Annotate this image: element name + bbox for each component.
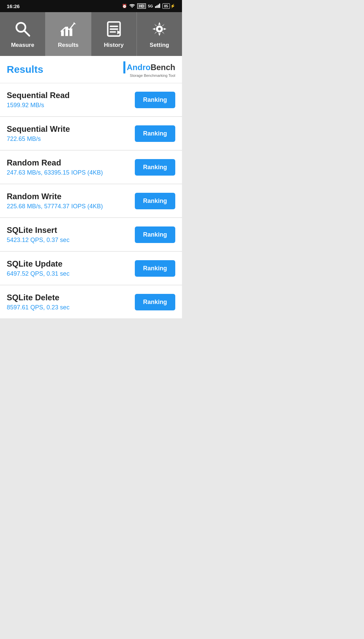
hd-badge: HD: [137, 3, 146, 9]
tab-setting-label: Setting: [150, 42, 169, 49]
content-area: Results AndroBench Storage Benchmarking …: [0, 56, 182, 319]
ranking-button-2[interactable]: Ranking: [135, 159, 175, 176]
results-title: Results: [7, 64, 43, 75]
brand-tagline: Storage Benchmarking Tool: [130, 73, 175, 78]
result-value-3: 225.68 MB/s, 57774.37 IOPS (4KB): [7, 203, 135, 210]
result-row-sequential-write: Sequential Write 722.65 MB/s Ranking: [0, 117, 182, 150]
result-info-sqlite-update: SQLite Update 6497.52 QPS, 0.31 sec: [7, 259, 135, 277]
result-name-5: SQLite Update: [7, 259, 135, 269]
result-info-sequential-read: Sequential Read 1599.92 MB/s: [7, 91, 135, 109]
result-info-sqlite-insert: SQLite Insert 5423.12 QPS, 0.37 sec: [7, 225, 135, 244]
brand-name: AndroBench: [123, 61, 175, 73]
result-value-0: 1599.92 MB/s: [7, 102, 135, 109]
brand-logo: AndroBench Storage Benchmarking Tool: [123, 61, 175, 78]
results-list: Sequential Read 1599.92 MB/s Ranking Seq…: [0, 83, 182, 319]
battery-icon: 85 ⚡: [162, 3, 175, 9]
result-info-random-write: Random Write 225.68 MB/s, 57774.37 IOPS …: [7, 192, 135, 210]
result-row-sequential-read: Sequential Read 1599.92 MB/s Ranking: [0, 83, 182, 117]
setting-icon: [150, 20, 169, 38]
tab-setting[interactable]: Setting: [137, 12, 182, 56]
result-row-random-write: Random Write 225.68 MB/s, 57774.37 IOPS …: [0, 184, 182, 218]
result-value-2: 247.63 MB/s, 63395.15 IOPS (4KB): [7, 169, 135, 176]
status-icons: ⏰ HD 5G 85 ⚡: [122, 3, 175, 9]
result-info-sqlite-delete: SQLite Delete 8597.61 QPS, 0.23 sec: [7, 293, 135, 311]
results-icon: [59, 20, 78, 38]
svg-rect-11: [110, 26, 118, 27]
ranking-button-4[interactable]: Ranking: [135, 226, 175, 243]
history-icon: [104, 20, 123, 38]
result-name-4: SQLite Insert: [7, 225, 135, 235]
nav-tabs: Measure Results History: [0, 12, 182, 56]
alarm-icon: ⏰: [122, 4, 127, 8]
tab-history-label: History: [104, 42, 124, 49]
brand-bench: Bench: [151, 63, 175, 72]
svg-marker-9: [74, 22, 76, 24]
tab-measure[interactable]: Measure: [0, 12, 46, 56]
tab-measure-label: Measure: [11, 42, 34, 49]
svg-rect-2: [158, 4, 159, 8]
result-name-3: Random Write: [7, 192, 135, 201]
result-value-4: 5423.12 QPS, 0.37 sec: [7, 237, 135, 244]
result-row-random-read: Random Read 247.63 MB/s, 63395.15 IOPS (…: [0, 151, 182, 184]
wifi-icon: [129, 3, 135, 9]
tab-results[interactable]: Results: [46, 12, 91, 56]
ranking-button-5[interactable]: Ranking: [135, 260, 175, 277]
tab-results-label: Results: [58, 42, 79, 49]
result-row-sqlite-insert: SQLite Insert 5423.12 QPS, 0.37 sec Rank…: [0, 218, 182, 251]
5g-badge: 5G: [148, 4, 153, 8]
measure-icon: [13, 20, 32, 38]
result-row-sqlite-update: SQLite Update 6497.52 QPS, 0.31 sec Rank…: [0, 252, 182, 285]
svg-rect-13: [110, 31, 116, 33]
svg-rect-12: [110, 28, 118, 30]
ranking-button-1[interactable]: Ranking: [135, 125, 175, 142]
svg-line-5: [24, 30, 29, 36]
ranking-button-6[interactable]: Ranking: [135, 294, 175, 310]
result-value-5: 6497.52 QPS, 0.31 sec: [7, 270, 135, 277]
brand-bar: [123, 61, 125, 73]
result-value-6: 8597.61 QPS, 0.23 sec: [7, 304, 135, 311]
result-info-sequential-write: Sequential Write 722.65 MB/s: [7, 124, 135, 143]
svg-rect-3: [159, 3, 160, 8]
brand-andro: Andro: [127, 63, 151, 72]
result-name-0: Sequential Read: [7, 91, 135, 100]
result-name-6: SQLite Delete: [7, 293, 135, 302]
svg-rect-0: [155, 6, 156, 8]
status-bar: 16:26 ⏰ HD 5G 85 ⚡: [0, 0, 182, 12]
result-name-1: Sequential Write: [7, 124, 135, 134]
status-time: 16:26: [7, 3, 20, 9]
result-row-sqlite-delete: SQLite Delete 8597.61 QPS, 0.23 sec Rank…: [0, 285, 182, 319]
signal-icon: [155, 3, 160, 9]
ranking-button-0[interactable]: Ranking: [135, 92, 175, 108]
svg-rect-1: [156, 5, 157, 8]
results-header: Results AndroBench Storage Benchmarking …: [0, 56, 182, 83]
ranking-button-3[interactable]: Ranking: [135, 193, 175, 209]
result-info-random-read: Random Read 247.63 MB/s, 63395.15 IOPS (…: [7, 158, 135, 176]
tab-history[interactable]: History: [91, 12, 137, 56]
result-value-1: 722.65 MB/s: [7, 135, 135, 143]
result-name-2: Random Read: [7, 158, 135, 168]
svg-point-16: [157, 27, 161, 31]
